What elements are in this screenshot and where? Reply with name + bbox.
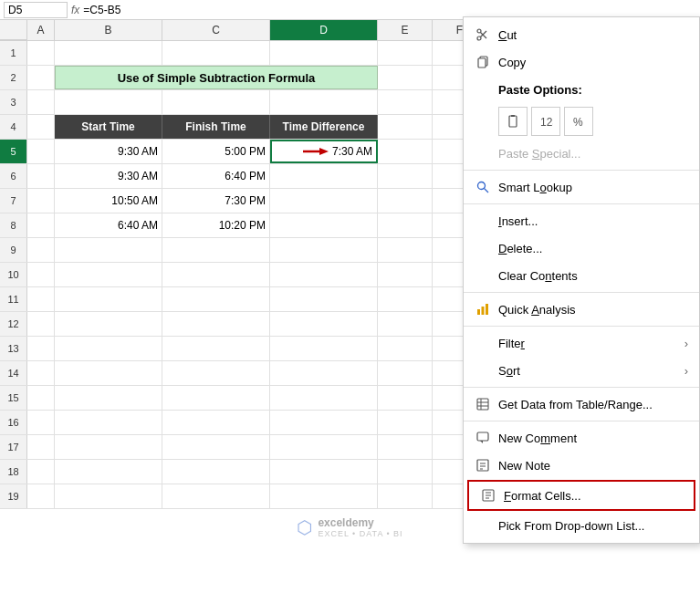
fx-label: fx [71,4,79,16]
menu-format-cells-label: Format Cells... [504,489,581,503]
cell-c6[interactable]: 6:40 PM [162,164,270,188]
cell-a2[interactable] [27,66,55,89]
cell-e3[interactable] [378,90,433,114]
menu-item-delete[interactable]: Delete... [464,234,699,262]
cell-d3[interactable] [270,90,378,114]
cell-c1[interactable] [162,41,270,65]
cell-a8[interactable] [27,213,55,237]
svg-text:%: % [573,116,583,129]
name-box[interactable] [4,2,68,18]
col-header-a[interactable]: A [27,20,55,40]
menu-item-new-note[interactable]: New Note [464,452,699,479]
row-num-1: 1 [0,41,27,65]
watermark-text-container: exceldemy EXCEL • DATA • BI [318,516,402,538]
menu-new-comment-label: New Comment [498,432,577,445]
cell-c5[interactable]: 5:00 PM [162,140,270,163]
menu-item-copy[interactable]: Copy [464,48,699,76]
menu-copy-label: Copy [498,56,526,69]
sort-arrow: › [684,364,688,378]
cell-a5[interactable] [27,140,55,163]
row-num-3: 3 [0,90,27,114]
menu-item-cut[interactable]: Cut [464,21,699,48]
cell-b6[interactable]: 9:30 AM [55,164,162,188]
menu-filter-label: Filter [498,337,525,350]
cell-d7[interactable] [270,189,378,213]
cell-b8[interactable]: 6:40 AM [55,213,162,237]
sort-icon [475,362,491,379]
cell-e2[interactable] [378,66,433,89]
dropdown-icon [475,517,491,534]
svg-point-12 [478,182,486,190]
delete-icon [475,240,491,256]
cell-merged-title[interactable]: Use of Simple Subtraction Formula [55,66,378,89]
menu-item-clear-contents[interactable]: Clear Contents [464,262,699,289]
svg-rect-16 [486,304,488,315]
cell-e4[interactable] [378,115,433,139]
menu-paste-options-label: Paste Options: [498,83,582,97]
row-num-6: 6 [0,164,27,188]
svg-rect-14 [477,309,480,315]
cell-c7[interactable]: 7:30 PM [162,189,270,213]
svg-point-3 [477,36,481,40]
cell-a4[interactable] [27,115,55,139]
menu-clear-label: Clear Contents [498,269,578,283]
cell-e7[interactable] [378,189,433,213]
cell-a1[interactable] [27,41,55,65]
paste-icon-clipboard[interactable] [498,107,528,136]
menu-item-format-cells[interactable]: Format Cells... [467,480,695,511]
col-header-c[interactable]: C [162,20,270,40]
svg-marker-1 [319,148,329,155]
cell-b1[interactable] [55,41,162,65]
cell-a3[interactable] [27,90,55,114]
cell-d6[interactable] [270,164,378,188]
menu-paste-special-label: Paste Special... [498,147,580,161]
row-num-2: 2 [0,66,27,89]
paste-icon-format[interactable]: % [564,107,593,136]
menu-new-note-label: New Note [498,459,550,473]
divider-2 [464,203,699,204]
menu-item-quick-analysis[interactable]: Quick Analysis [464,296,699,323]
divider-6 [464,421,699,421]
menu-item-smart-lookup[interactable]: Smart Lookup [464,173,699,201]
cell-a6[interactable] [27,164,55,188]
menu-item-pick-dropdown[interactable]: Pick From Drop-down List... [464,512,699,539]
menu-item-sort[interactable]: Sort › [464,357,699,384]
watermark: ⬡ exceldemy EXCEL • DATA • BI [297,516,402,538]
row-num-7: 7 [0,189,27,213]
menu-item-get-data[interactable]: Get Data from Table/Range... [464,390,699,418]
cell-b4-header[interactable]: Start Time [55,115,162,139]
cell-c4-header[interactable]: Finish Time [162,115,270,139]
cell-d8[interactable] [270,213,378,237]
col-header-e[interactable]: E [378,20,433,40]
cell-c8[interactable]: 10:20 PM [162,213,270,237]
cell-b5[interactable]: 9:30 AM [55,140,162,163]
get-data-icon [475,396,491,412]
col-header-b[interactable]: B [55,20,162,40]
menu-item-insert[interactable]: Insert... [464,207,699,234]
cell-e1[interactable] [378,41,433,65]
svg-text:123: 123 [540,116,553,129]
col-header-d[interactable]: D [270,20,378,40]
cell-b3[interactable] [55,90,162,114]
cell-d4-header[interactable]: Time Difference [270,115,378,139]
svg-rect-15 [482,307,485,315]
cell-d1[interactable] [270,41,378,65]
cell-e6[interactable] [378,164,433,188]
cell-b7[interactable]: 10:50 AM [55,189,162,213]
cell-c3[interactable] [162,90,270,114]
cell-a7[interactable] [27,189,55,213]
menu-item-filter[interactable]: Filter › [464,329,699,357]
cell-d5[interactable]: 7:30 AM [270,140,378,163]
menu-item-paste-special[interactable]: Paste Special... [464,140,699,167]
divider-4 [464,326,699,327]
row-num-8: 8 [0,213,27,237]
menu-insert-label: Insert... [498,214,538,228]
watermark-brand: exceldemy [318,516,402,529]
paste-icon-values[interactable]: 123 [531,107,560,136]
cell-e5[interactable] [378,140,433,163]
scissors-icon [475,26,491,43]
watermark-logo: ⬡ [297,516,312,538]
menu-item-new-comment[interactable]: New Comment [464,424,699,452]
svg-rect-9 [511,115,515,117]
cell-e8[interactable] [378,213,433,237]
